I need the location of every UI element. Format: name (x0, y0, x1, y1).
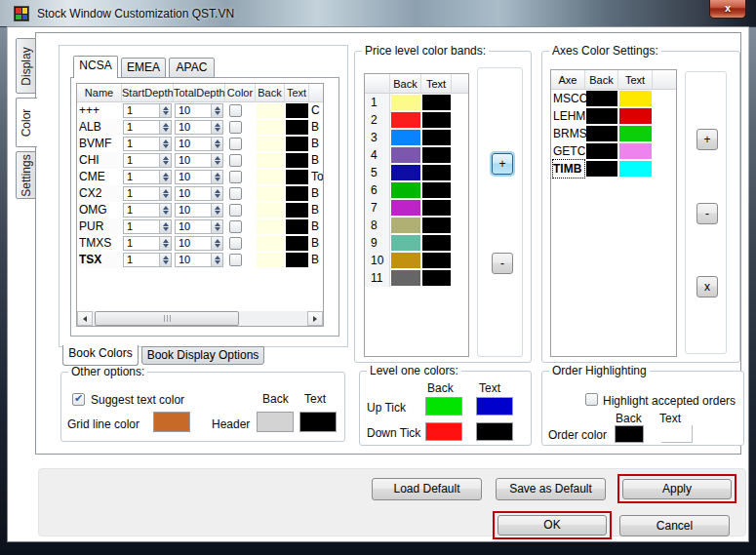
back-color-cell[interactable] (257, 170, 284, 184)
band-text-cell[interactable] (422, 147, 451, 163)
text-color-cell[interactable] (286, 186, 308, 201)
back-color-cell[interactable] (257, 186, 284, 201)
band-text-cell[interactable] (422, 165, 451, 180)
load-default-button[interactable]: Load Default (372, 478, 482, 500)
axe-text-cell[interactable] (619, 143, 652, 159)
total-depth-spinner[interactable]: 10 (175, 137, 223, 151)
start-depth-spinner[interactable]: 1 (123, 219, 172, 234)
save-as-default-button[interactable]: Save as Default (496, 478, 606, 500)
axe-back-cell[interactable] (586, 126, 617, 141)
color-checkbox[interactable] (229, 121, 242, 134)
color-checkbox[interactable] (229, 254, 242, 266)
back-color-cell[interactable] (257, 236, 284, 251)
scroll-left-button[interactable] (77, 311, 93, 326)
color-checkbox[interactable] (229, 104, 242, 117)
axes-row[interactable]: TIMB (551, 160, 676, 178)
band-text-cell[interactable] (422, 235, 451, 251)
band-back-cell[interactable] (391, 218, 420, 233)
start-depth-spinner[interactable]: 1 (123, 203, 172, 218)
axe-back-cell[interactable] (586, 91, 617, 106)
back-color-cell[interactable] (257, 253, 284, 267)
text-color-cell[interactable] (286, 137, 308, 151)
ok-button[interactable]: OK (497, 515, 607, 535)
table-row[interactable]: TMXS110B (77, 235, 323, 252)
start-depth-spinner[interactable]: 1 (123, 137, 172, 151)
color-checkbox[interactable] (229, 204, 242, 217)
scrollbar-thumb[interactable] (95, 311, 239, 326)
tab-book-display-options[interactable]: Book Display Options (141, 346, 264, 365)
row-name[interactable]: BVMF (79, 136, 122, 152)
price-band-row[interactable]: 6 (365, 181, 468, 199)
color-checkbox[interactable] (229, 171, 242, 183)
axe-name[interactable]: GETC (553, 142, 584, 160)
band-back-cell[interactable] (391, 182, 420, 198)
header-text-swatch[interactable] (299, 412, 337, 432)
tab-book-colors[interactable]: Book Colors (62, 345, 139, 366)
axes-delete-button[interactable]: x (696, 276, 718, 297)
price-band-row[interactable]: 10 (365, 252, 468, 269)
up-tick-back-swatch[interactable] (425, 397, 462, 416)
apply-button[interactable]: Apply (622, 479, 732, 499)
row-name[interactable]: OMG (79, 202, 122, 218)
text-color-cell[interactable] (286, 253, 308, 267)
close-button[interactable]: x (709, 0, 746, 19)
table-row[interactable]: CX2110B (77, 185, 323, 202)
axe-back-cell[interactable] (586, 143, 617, 159)
back-color-cell[interactable] (257, 203, 284, 218)
band-text-cell[interactable] (422, 218, 451, 233)
band-back-cell[interactable] (391, 165, 420, 180)
start-depth-spinner[interactable]: 1 (123, 153, 172, 168)
tab-settings[interactable]: Settings (16, 151, 36, 199)
color-checkbox[interactable] (229, 237, 242, 250)
axes-row[interactable]: LEHM (551, 107, 676, 125)
table-row[interactable]: +++110C (77, 102, 323, 119)
col-header-color[interactable]: Color (225, 84, 256, 102)
col-header-name[interactable]: Name (77, 84, 122, 102)
tab-apac[interactable]: APAC (169, 58, 215, 78)
band-back-cell[interactable] (391, 112, 420, 128)
text-color-cell[interactable] (286, 170, 308, 184)
row-name[interactable]: +++ (79, 102, 122, 119)
total-depth-spinner[interactable]: 10 (175, 103, 223, 118)
color-checkbox[interactable] (229, 138, 242, 150)
axes-row[interactable]: BRMS (551, 125, 676, 142)
total-depth-spinner[interactable]: 10 (175, 253, 223, 267)
axe-text-cell[interactable] (619, 91, 652, 106)
band-text-cell[interactable] (422, 130, 451, 145)
start-depth-spinner[interactable]: 1 (123, 103, 172, 118)
band-text-cell[interactable] (422, 270, 451, 286)
tab-ncsa[interactable]: NCSA (73, 56, 118, 78)
start-depth-spinner[interactable]: 1 (123, 236, 172, 251)
axes-add-button[interactable]: + (696, 129, 718, 150)
row-name[interactable]: PUR (79, 218, 122, 235)
back-color-cell[interactable] (257, 219, 284, 234)
price-band-row[interactable]: 8 (365, 217, 468, 234)
text-color-cell[interactable] (286, 236, 308, 251)
price-band-row[interactable]: 11 (365, 269, 468, 287)
price-band-add-button[interactable]: + (492, 153, 513, 175)
col-header-back[interactable]: Back (256, 84, 285, 102)
back-color-cell[interactable] (257, 120, 284, 135)
up-tick-text-swatch[interactable] (476, 397, 513, 416)
down-tick-back-swatch[interactable] (425, 422, 462, 441)
band-back-cell[interactable] (391, 270, 420, 286)
total-depth-spinner[interactable]: 10 (175, 170, 223, 184)
axe-text-cell[interactable] (619, 161, 652, 177)
price-band-row[interactable]: 7 (365, 199, 468, 217)
band-back-cell[interactable] (391, 200, 420, 216)
band-text-cell[interactable] (422, 253, 451, 268)
axe-back-cell[interactable] (586, 161, 617, 177)
grid-line-color-swatch[interactable] (153, 412, 190, 432)
band-text-cell[interactable] (422, 95, 451, 110)
price-band-row[interactable]: 2 (365, 111, 468, 129)
table-row[interactable]: CHI110B (77, 152, 323, 169)
tab-emea[interactable]: EMEA (121, 58, 166, 78)
axe-back-cell[interactable] (586, 108, 617, 124)
text-color-cell[interactable] (286, 153, 308, 168)
axe-name[interactable]: MSCO (553, 90, 584, 107)
down-tick-text-swatch[interactable] (476, 422, 513, 441)
axe-name[interactable]: TIMB (553, 160, 584, 178)
color-checkbox[interactable] (229, 187, 242, 200)
table-row[interactable]: PUR110B (77, 218, 323, 235)
header-back-swatch[interactable] (257, 412, 294, 432)
